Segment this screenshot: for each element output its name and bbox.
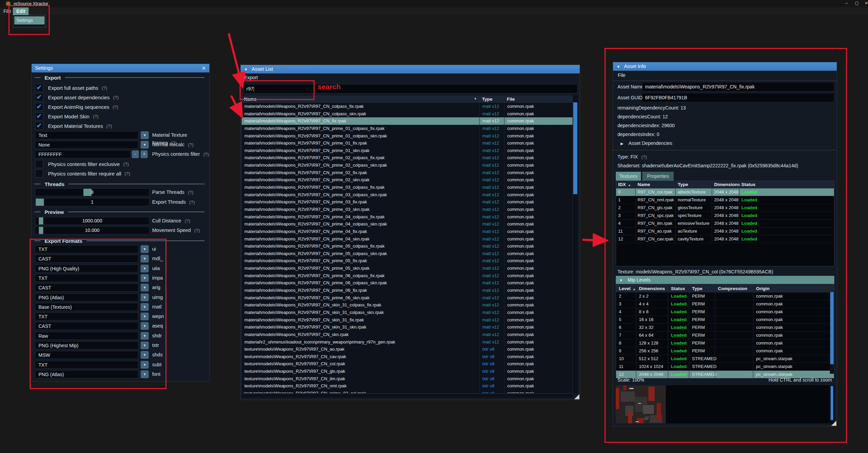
texture-row[interactable]: 4R97_CN_ilm.rpakemissiveTexture2048 x 20…	[616, 220, 834, 228]
checkbox[interactable]	[35, 169, 43, 178]
checkbox[interactable]: ✔	[35, 84, 43, 92]
cull-distance-slider[interactable]: 1000.000	[35, 217, 149, 225]
chevron-down-icon[interactable]: ▼	[141, 361, 149, 369]
asset-row[interactable]: material\models\Weapons_R2\r97\R97_CN_pr…	[242, 139, 573, 147]
checkbox[interactable]: ✔	[35, 112, 43, 120]
asset-row[interactable]: texture\models\Weapons_R2\r97\R97_CN_col…	[242, 360, 573, 368]
asset-row[interactable]: material\models\Weapons_R2\r97\R97_CN_pr…	[242, 184, 573, 191]
mip-row[interactable]: 764 x 64LoadedPERMcommon.rpak	[616, 332, 834, 339]
movement-speed-slider[interactable]: 10.000	[35, 227, 149, 234]
asset-row[interactable]: material\models\Weapons_R2\r97\R97_CN_pr…	[242, 257, 573, 265]
minus-button[interactable]: -	[132, 150, 139, 158]
settings-titlebar[interactable]: Settings ✕	[32, 64, 209, 72]
mip-row[interactable]: 516 x 16LoadedPERMcommon.rpak	[616, 316, 834, 324]
asset-row[interactable]: material\models\Weapons_R2\r97\R97_CN_pr…	[242, 154, 573, 162]
asset-row[interactable]: material\models\Weapons_R2\r97\R97_CN_pr…	[242, 294, 573, 302]
maximize-button[interactable]: ▢	[852, 1, 862, 5]
format-select[interactable]: TXT	[35, 313, 138, 320]
asset-dependencies-toggle[interactable]: ▶ Asset Dependencies	[621, 140, 672, 146]
asset-row[interactable]: texture\models\Weapons_R2\r97\R97_CN_ao.…	[242, 346, 573, 353]
chevron-down-icon[interactable]: ▼	[141, 265, 149, 272]
format-select[interactable]: PNG (Atlas)	[35, 293, 138, 301]
chevron-down-icon[interactable]: ▼	[141, 313, 149, 320]
checkbox[interactable]	[35, 160, 43, 168]
chevron-down-icon[interactable]: ▼	[141, 245, 149, 253]
asset-row[interactable]: material\models\Weapons_R2\r97\R97_CN_pr…	[242, 169, 573, 177]
asset-row[interactable]: material\models\Weapons_R2\r97\R97_CN_pr…	[242, 162, 573, 169]
resize-grip[interactable]	[574, 394, 579, 399]
settings-close-icon[interactable]: ✕	[202, 64, 206, 72]
tab-properties[interactable]: Properties	[642, 172, 674, 181]
parse-threads-slider[interactable]: 8	[35, 188, 149, 196]
scrollbar-thumb[interactable]	[830, 292, 834, 364]
asset-row[interactable]: texture\models\Weapons_R2\r97\R97_CN_gls…	[242, 368, 573, 375]
chevron-down-icon[interactable]: ▼	[141, 322, 149, 330]
chevron-down-icon[interactable]: ▼	[141, 284, 149, 291]
asset-row[interactable]: material\models\Weapons_R2\r97\R97_CN_pr…	[242, 235, 573, 243]
scrollbar-thumb[interactable]	[831, 386, 833, 420]
format-select[interactable]: CAST	[35, 284, 138, 291]
resize-grip[interactable]	[831, 421, 836, 426]
asset-guid-value[interactable]: 6F92FB0FB41791B	[642, 94, 834, 102]
asset-row[interactable]: texture\models\Weapons_R2\r97\R97_CN_cav…	[242, 353, 573, 360]
chevron-down-icon[interactable]: ▼	[141, 341, 149, 349]
texture-preview-area[interactable]	[616, 385, 834, 423]
asset-list-scrollbar[interactable]	[573, 96, 578, 393]
asset-row[interactable]: material\models\Weapons_R2\r97\R97_CN_pr…	[242, 147, 573, 154]
asset-row[interactable]: material\models\Weapons_R2\r97\R97_CN_pr…	[242, 265, 573, 272]
asset-row[interactable]: material\models\Weapons_R2\r97\R97_CN_pr…	[242, 213, 573, 221]
asset-row[interactable]: material\models\Weapons_R2\r97\R97_CN_pr…	[242, 220, 573, 228]
format-select[interactable]: PNG (High Quality)	[35, 265, 138, 272]
chevron-down-icon[interactable]: ▼	[141, 131, 149, 139]
format-select[interactable]: TXT	[35, 361, 138, 369]
minimize-button[interactable]: ─	[841, 1, 852, 5]
asset-row[interactable]: texture\models\Weapons_R2\r97\R97_CN_nml…	[242, 382, 573, 390]
texture-row[interactable]: 1R97_CN_nml.rpaknormalTexture2048 x 2048…	[616, 196, 834, 204]
texture-row[interactable]: 0R97_CN_col.rpakalbedoTexture2048 x 2048…	[616, 188, 834, 196]
chevron-down-icon[interactable]: ▼	[141, 255, 149, 263]
texture-row[interactable]: 12R97_CN_cav.rpakcavityTexture2048 x 204…	[616, 235, 834, 243]
asset-row[interactable]: material\models\Weapons_R2\r97\R97_CN_pr…	[242, 191, 573, 199]
texture-row[interactable]: 3R97_CN_spc.rpakspecTexture2048 x 2048Lo…	[616, 212, 834, 220]
asset-row[interactable]: material\r2_ui\menus\loadout_icons\prima…	[242, 338, 573, 346]
asset-row[interactable]: material\models\Weapons_R2\r97\R97_CN_pr…	[242, 125, 573, 132]
search-input[interactable]: r97	[243, 84, 578, 94]
mip-row[interactable]: 34 x 4LoadedPERMcommon.rpak	[616, 300, 834, 308]
menu-edit[interactable]: Edit	[13, 7, 29, 15]
asset-row[interactable]: material\models\Weapons_R2\r97\R97_CN_pr…	[242, 206, 573, 213]
asset-list-hscrollbar[interactable]	[241, 394, 573, 398]
asset-row[interactable]: material\models\Weapons_R2\r97\R97_CN_co…	[242, 110, 573, 118]
mip-row[interactable]: 111024 x 1024LoadedSTREAMEDpc_stream.sta…	[616, 363, 834, 371]
collapse-right-icon[interactable]: ▶	[621, 141, 623, 146]
format-select[interactable]: Raw	[35, 332, 138, 340]
collapse-icon[interactable]: ▼	[619, 278, 623, 282]
plus-button[interactable]: +	[141, 150, 148, 158]
asset-row[interactable]: material\models\Weapons_R2\r97\R97_CN_pr…	[242, 272, 573, 280]
chevron-down-icon[interactable]: ▼	[141, 351, 149, 359]
texture-row[interactable]: 2R97_CN_gls.rpakglossTexture2048 x 2048L…	[616, 204, 834, 212]
format-select[interactable]: CAST	[35, 322, 138, 330]
scrollbar-thumb[interactable]	[573, 102, 577, 194]
format-select[interactable]: CAST	[35, 255, 138, 263]
asset-row[interactable]: texture\models\Weapons_R2\r97\R97_CN_ilm…	[242, 375, 573, 383]
asset-row[interactable]: material\models\Weapons_R2\r97\R97_CN_sk…	[242, 316, 573, 324]
checkbox[interactable]: ✔	[35, 103, 43, 111]
column-type[interactable]: Type	[479, 97, 504, 102]
menu-file[interactable]: File	[0, 7, 15, 15]
asset-row[interactable]: material\models\Weapons_R2\r97\R97_CN_sk…	[242, 323, 573, 331]
asset-row[interactable]: texture\models\Weapons_R2\r97\R97_CN_pri…	[242, 390, 573, 393]
asset-row[interactable]: material\models\Weapons_R2\r97\R97_CN_pr…	[242, 242, 573, 250]
mip-row[interactable]: 10512 x 512LoadedSTREAMEDpc_stream.starp…	[616, 355, 834, 363]
asset-row[interactable]: material\models\Weapons_R2\r97\R97_CN_pr…	[242, 198, 573, 206]
asset-list-titlebar[interactable]: ▼ Asset List	[241, 65, 580, 73]
column-name[interactable]: Name▲	[241, 97, 479, 102]
asset-row[interactable]: material\models\Weapons_R2\r97\R97_CN_pr…	[242, 279, 573, 287]
normal-recalc-select[interactable]: None	[35, 141, 138, 149]
asset-row[interactable]: material\models\Weapons_R2\r97\R97_CN_pr…	[242, 287, 573, 294]
format-select[interactable]: Base (Textures)	[35, 303, 138, 311]
close-button[interactable]: ✕	[861, 1, 868, 5]
asset-row[interactable]: material\models\Weapons_R2\r97\R97_CN_pr…	[242, 250, 573, 257]
textures-table-header[interactable]: IDX▲ Name Type Dimensions Status	[616, 181, 834, 188]
chevron-down-icon[interactable]: ▼	[141, 370, 149, 378]
checkbox[interactable]: ✔	[35, 93, 43, 101]
